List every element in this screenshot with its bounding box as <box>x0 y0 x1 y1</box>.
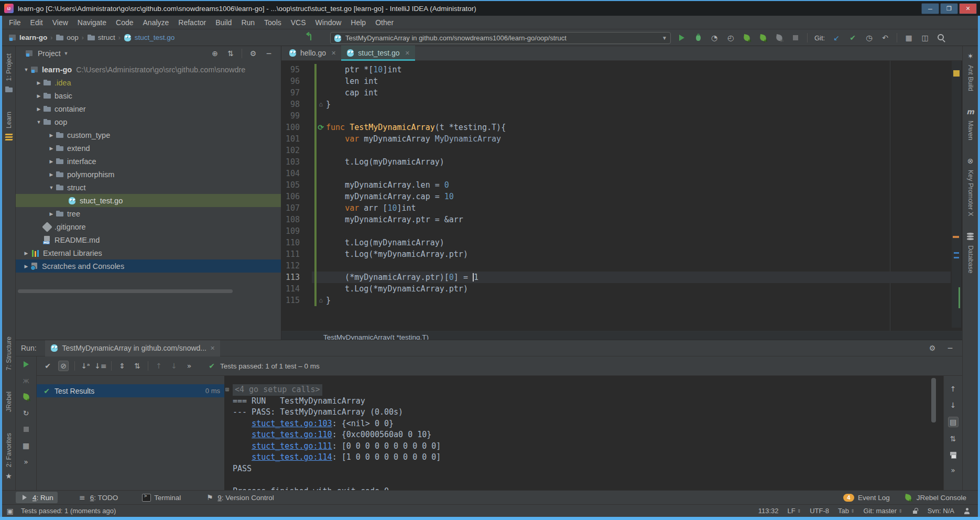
stripe-item-key-promoter-x[interactable]: ⊗Key Promoter X <box>966 156 975 216</box>
debug-attach-icon[interactable]: ж <box>21 376 31 385</box>
settings-icon[interactable]: ⚙ <box>248 49 258 58</box>
next-failed-icon[interactable]: ↓ <box>169 361 179 371</box>
scroll-to-end-icon[interactable]: ⇅ <box>949 434 958 443</box>
close-icon[interactable]: ✕ <box>405 50 410 57</box>
jrebel-off-icon[interactable] <box>775 33 784 42</box>
stripe-item-jrebel[interactable]: JRebel <box>5 392 13 412</box>
line-number[interactable]: 107 <box>281 202 300 214</box>
statusbar-widget-jrebel-console[interactable]: JRebel Console <box>903 493 966 502</box>
run-windows-icon[interactable]: ◫ <box>920 33 930 42</box>
tree-item-stuct-test-go[interactable]: stuct_test.go <box>16 194 281 207</box>
locate-icon[interactable]: ⊕ <box>210 49 220 58</box>
menu-view[interactable]: View <box>48 16 73 29</box>
menu-code[interactable]: Code <box>111 16 138 29</box>
status-113-32[interactable]: 113:32 <box>758 507 779 515</box>
status-lock[interactable] <box>911 507 919 515</box>
menu-help[interactable]: Help <box>346 16 371 29</box>
soft-wrap-icon[interactable]: ▤ <box>948 417 959 427</box>
line-number[interactable]: 101 <box>281 133 300 145</box>
stop-icon[interactable] <box>21 425 31 434</box>
status-user[interactable] <box>963 507 971 515</box>
show-passed-icon[interactable]: ✔ <box>43 361 52 371</box>
code-editor[interactable]: 95 ptr *[10]int96 len int97 cap int98⌂}9… <box>281 61 962 331</box>
line-number[interactable]: 103 <box>281 156 300 168</box>
line-number[interactable]: 115 <box>281 295 300 306</box>
breadcrumb-oop[interactable]: oop <box>56 34 79 42</box>
menu-refactor[interactable]: Refactor <box>173 16 211 29</box>
error-stripe[interactable] <box>952 61 961 328</box>
rerun-icon[interactable] <box>21 360 31 369</box>
line-number[interactable]: 100 <box>281 122 300 133</box>
tree-item-basic[interactable]: ▶basic <box>16 89 281 102</box>
tree-item-polymorphism[interactable]: ▶polymorphism <box>16 168 281 181</box>
menu-build[interactable]: Build <box>211 16 236 29</box>
tree-item-learn-go[interactable]: ▼learn-goC:\Users\Administrator\go\src\g… <box>16 63 281 76</box>
collapse-all-icon[interactable]: ⇅ <box>226 49 235 58</box>
hide-icon[interactable]: ─ <box>264 49 274 58</box>
status-git-master[interactable]: Git: master⇕ <box>864 507 902 515</box>
show-history-icon[interactable]: ◷ <box>864 33 874 42</box>
console-link[interactable]: stuct_test.go:114 <box>252 452 332 463</box>
run-configuration-select[interactable]: TestMyDynamicArray in github.com/snowdre… <box>330 32 671 44</box>
tree-arrow-icon[interactable]: ▶ <box>22 264 30 269</box>
console-link[interactable]: stuct_test.go:103 <box>252 418 332 430</box>
line-number[interactable]: 108 <box>281 214 300 225</box>
line-number[interactable]: 102 <box>281 145 300 156</box>
status-lf[interactable]: LF⇕ <box>788 507 801 515</box>
tree-item-custom-type[interactable]: ▶custom_type <box>16 128 281 142</box>
menu-run[interactable]: Run <box>236 16 259 29</box>
console-link[interactable]: stuct_test.go:110 <box>252 429 332 441</box>
line-number[interactable]: 97 <box>281 87 300 99</box>
fold-marker-icon[interactable]: ⌂ <box>316 99 325 110</box>
more-icon[interactable]: » <box>949 465 958 475</box>
sort-alpha-icon[interactable]: ↓ᵃ <box>81 361 90 371</box>
menu-analyze[interactable]: Analyze <box>138 16 174 29</box>
run-test-gutter-icon[interactable]: ⟳ <box>316 122 325 133</box>
console-scrollbar[interactable] <box>931 378 936 422</box>
tree-arrow-icon[interactable]: ▶ <box>47 172 56 177</box>
sort-duration-icon[interactable]: ↓≡ <box>96 361 105 371</box>
tree-item-oop[interactable]: ▼oop <box>16 115 281 128</box>
prev-failed-icon[interactable]: ↑ <box>154 361 164 371</box>
minimize-button[interactable]: ─ <box>921 3 939 14</box>
toolwindow-button-6-todo[interactable]: ≡6: TODO <box>73 492 123 503</box>
navigate-back-icon[interactable] <box>304 31 315 44</box>
tree-arrow-icon[interactable]: ▶ <box>47 211 56 216</box>
refresh-icon[interactable]: ↻ <box>21 408 31 418</box>
line-number[interactable]: 112 <box>281 260 300 272</box>
fold-marker-icon[interactable]: ⌂ <box>316 295 325 306</box>
line-number[interactable]: 95 <box>281 64 300 75</box>
tree-arrow-icon[interactable]: ▶ <box>47 146 56 151</box>
info-mark[interactable] <box>954 252 959 254</box>
rollback-icon[interactable]: ↶ <box>880 33 890 42</box>
breadcrumb-struct[interactable]: struct <box>87 34 115 42</box>
stripe-item-learn[interactable]: Learn <box>4 112 14 142</box>
stripe-item-ant-build[interactable]: ✶Ant Build <box>966 51 975 91</box>
toolwindow-button-terminal[interactable]: Terminal <box>138 493 185 503</box>
tree-arrow-icon[interactable]: ▶ <box>35 93 43 99</box>
status-utf-8[interactable]: UTF-8 <box>810 507 829 515</box>
test-result-row[interactable]: ✔Test Results0 ms <box>37 384 224 397</box>
tree-arrow-icon[interactable]: ▼ <box>22 67 30 72</box>
stripe-item-maven[interactable]: mMaven <box>966 107 975 140</box>
update-project-icon[interactable]: ↙ <box>832 33 841 42</box>
close-button[interactable]: ✕ <box>959 3 977 14</box>
print-icon[interactable] <box>949 450 957 459</box>
tree-item-extend[interactable]: ▶extend <box>16 142 281 155</box>
line-number[interactable]: 114 <box>281 283 300 295</box>
status-tab[interactable]: Tab⇕ <box>838 507 855 515</box>
toolwindow-button-4-run[interactable]: 4: Run <box>16 492 58 503</box>
to-bottom-icon[interactable]: ↓ <box>949 400 958 410</box>
line-number[interactable]: 113 <box>281 272 300 283</box>
run-tab[interactable]: TestMyDynamicArray in github.com/snowd..… <box>45 340 221 356</box>
expand-all-icon[interactable]: ⇕ <box>117 361 127 371</box>
line-number[interactable]: 111 <box>281 248 300 260</box>
line-number[interactable]: 98 <box>281 99 300 110</box>
line-number[interactable]: 109 <box>281 225 300 237</box>
breadcrumb-learn-go[interactable]: learn-go <box>8 34 47 42</box>
tree-item--idea[interactable]: ▶.idea <box>16 76 281 89</box>
debug-icon[interactable] <box>693 33 703 42</box>
tab-hello-go[interactable]: hello.go✕ <box>284 46 341 60</box>
menu-file[interactable]: File <box>4 16 26 29</box>
search-everywhere-icon[interactable] <box>937 33 946 42</box>
